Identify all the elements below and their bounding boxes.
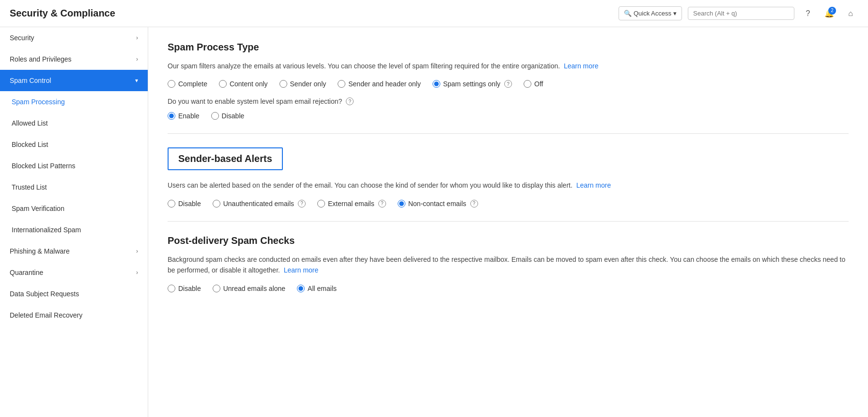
radio-disable-alerts-label: Disable	[178, 200, 201, 208]
radio-all-emails[interactable]: All emails	[297, 285, 337, 292]
sidebar-item-label: Data Subject Requests	[10, 290, 79, 298]
radio-disable-post[interactable]: Disable	[168, 285, 201, 292]
sidebar-item-phishing[interactable]: Phishing & Malware ›	[0, 241, 148, 262]
topbar-right: 🔍 Quick Access ▾ ? 🔔 2 ⌂	[619, 6, 858, 21]
radio-non-contact-input[interactable]	[398, 200, 405, 208]
radio-enable-input[interactable]	[168, 112, 175, 120]
sidebar-item-data-subject[interactable]: Data Subject Requests	[0, 283, 148, 305]
non-contact-help-icon[interactable]: ?	[470, 200, 478, 208]
sidebar-item-label: Spam Verification	[12, 205, 64, 212]
chevron-down-icon: ▾	[135, 77, 138, 84]
external-help-icon[interactable]: ?	[378, 200, 386, 208]
radio-all-emails-label: All emails	[308, 285, 337, 292]
radio-complete-input[interactable]	[168, 80, 175, 88]
help-button[interactable]: ?	[800, 6, 816, 21]
radio-content-only-input[interactable]	[219, 80, 227, 88]
radio-unauthenticated-label: Unauthenticated emails	[223, 200, 294, 208]
home-button[interactable]: ⌂	[843, 6, 858, 21]
radio-all-emails-input[interactable]	[297, 285, 305, 292]
topbar: Security & Compliance 🔍 Quick Access ▾ ?…	[0, 0, 868, 27]
sidebar-item-allowed-list[interactable]: Allowed List	[0, 112, 148, 134]
sidebar-item-blocked-list-patterns[interactable]: Blocked List Patterns	[0, 155, 148, 176]
radio-sender-header[interactable]: Sender and header only	[338, 80, 420, 88]
sidebar-item-label: Spam Processing	[12, 98, 65, 106]
radio-sender-header-label: Sender and header only	[348, 80, 420, 88]
section-divider-2	[168, 221, 849, 222]
home-icon: ⌂	[848, 9, 853, 18]
sender-alerts-title: Sender-based Alerts	[178, 153, 272, 164]
spam-process-learn-more[interactable]: Learn more	[564, 62, 599, 70]
post-delivery-learn-more[interactable]: Learn more	[284, 266, 319, 274]
section-divider-1	[168, 133, 849, 134]
app-title: Security & Compliance	[10, 8, 115, 19]
sidebar: Security › Roles and Privileges › Spam C…	[0, 27, 148, 417]
chevron-right-icon: ›	[136, 34, 138, 41]
radio-sender-only-label: Sender only	[290, 80, 326, 88]
radio-content-only[interactable]: Content only	[219, 80, 268, 88]
spam-process-desc: Our spam filters analyze the emails at v…	[168, 61, 849, 71]
sender-alerts-learn-more[interactable]: Learn more	[576, 181, 611, 189]
rejection-question-row: Do you want to enable system level spam …	[168, 97, 849, 120]
radio-enable-label: Enable	[178, 112, 200, 120]
radio-external-input[interactable]	[317, 200, 325, 208]
radio-unauthenticated-input[interactable]	[213, 200, 220, 208]
rejection-help-icon[interactable]: ?	[346, 97, 354, 105]
radio-off-input[interactable]	[524, 80, 531, 88]
quick-access-button[interactable]: 🔍 Quick Access ▾	[619, 6, 682, 20]
sidebar-item-internationalized-spam[interactable]: Internationalized Spam	[0, 219, 148, 241]
radio-non-contact-label: Non-contact emails	[408, 200, 466, 208]
radio-sender-only[interactable]: Sender only	[279, 80, 326, 88]
unauthenticated-help-icon[interactable]: ?	[298, 200, 306, 208]
spam-settings-help-icon[interactable]: ?	[504, 80, 512, 88]
sidebar-item-label: Blocked List	[12, 141, 48, 148]
radio-spam-settings-input[interactable]	[433, 80, 440, 88]
post-delivery-options: Disable Unread emails alone All emails	[168, 285, 849, 292]
post-delivery-title: Post-delivery Spam Checks	[168, 235, 849, 246]
radio-sender-header-input[interactable]	[338, 80, 345, 88]
radio-external-label: External emails	[328, 200, 374, 208]
radio-disable-rej-input[interactable]	[211, 112, 219, 120]
sidebar-item-trusted-list[interactable]: Trusted List	[0, 176, 148, 198]
sidebar-item-label: Allowed List	[12, 119, 48, 127]
sidebar-item-security[interactable]: Security ›	[0, 27, 148, 48]
sidebar-item-spam-processing[interactable]: Spam Processing	[0, 91, 148, 112]
sidebar-item-label: Security	[10, 34, 34, 42]
radio-enable[interactable]: Enable	[168, 112, 200, 120]
sidebar-item-blocked-list[interactable]: Blocked List	[0, 134, 148, 155]
radio-complete[interactable]: Complete	[168, 80, 207, 88]
radio-non-contact[interactable]: Non-contact emails ?	[398, 200, 478, 208]
sidebar-item-quarantine[interactable]: Quarantine ›	[0, 262, 148, 283]
radio-unread-input[interactable]	[213, 285, 220, 292]
search-input[interactable]	[693, 10, 789, 17]
sidebar-item-deleted-email[interactable]: Deleted Email Recovery	[0, 305, 148, 326]
radio-disable-post-input[interactable]	[168, 285, 175, 292]
radio-unread-label: Unread emails alone	[223, 285, 285, 292]
notifications-button[interactable]: 🔔 2	[822, 6, 837, 21]
chevron-right-icon: ›	[136, 269, 138, 276]
sidebar-item-spam-control[interactable]: Spam Control ▾	[0, 70, 148, 91]
radio-disable-rej-label: Disable	[222, 112, 245, 120]
chevron-down-icon: ▾	[673, 10, 677, 17]
radio-off-label: Off	[534, 80, 543, 88]
radio-off[interactable]: Off	[524, 80, 543, 88]
radio-complete-label: Complete	[178, 80, 207, 88]
main-content: Spam Process Type Our spam filters analy…	[148, 27, 868, 417]
radio-external[interactable]: External emails ?	[317, 200, 386, 208]
rejection-options: Enable Disable	[168, 112, 849, 120]
sidebar-item-label: Internationalized Spam	[12, 226, 81, 234]
chevron-right-icon: ›	[136, 248, 138, 255]
radio-disable-rej[interactable]: Disable	[211, 112, 245, 120]
radio-disable-alerts-input[interactable]	[168, 200, 175, 208]
sidebar-item-roles[interactable]: Roles and Privileges ›	[0, 48, 148, 70]
radio-spam-settings-label: Spam settings only	[443, 80, 500, 88]
radio-unread[interactable]: Unread emails alone	[213, 285, 285, 292]
sidebar-item-spam-verification[interactable]: Spam Verification	[0, 198, 148, 219]
search-icon: 🔍	[624, 10, 632, 17]
radio-disable-alerts[interactable]: Disable	[168, 200, 201, 208]
radio-unauthenticated[interactable]: Unauthenticated emails ?	[213, 200, 306, 208]
radio-disable-post-label: Disable	[178, 285, 201, 292]
radio-sender-only-input[interactable]	[279, 80, 287, 88]
radio-spam-settings[interactable]: Spam settings only ?	[433, 80, 512, 88]
rejection-question: Do you want to enable system level spam …	[168, 97, 849, 105]
sender-alerts-desc: Users can be alerted based on the sender…	[168, 180, 849, 191]
